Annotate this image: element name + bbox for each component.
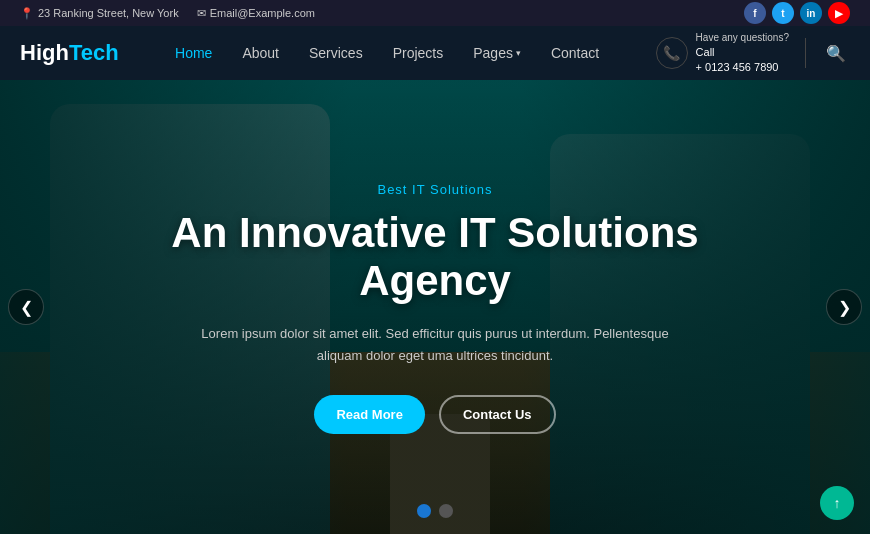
nav-home[interactable]: Home bbox=[163, 39, 224, 67]
carousel-next-button[interactable]: ❯ bbox=[826, 289, 862, 325]
nav-services[interactable]: Services bbox=[297, 39, 375, 67]
scroll-top-button[interactable]: ↑ bbox=[820, 486, 854, 520]
read-more-button[interactable]: Read More bbox=[314, 395, 424, 434]
main-nav: Home About Services Projects Pages ▾ Con… bbox=[163, 39, 611, 67]
search-button[interactable]: 🔍 bbox=[822, 39, 850, 67]
carousel-dot-1[interactable] bbox=[417, 504, 431, 518]
carousel-dots bbox=[417, 504, 453, 518]
linkedin-icon[interactable]: in bbox=[800, 2, 822, 24]
logo[interactable]: HighTech bbox=[20, 40, 119, 66]
youtube-icon[interactable]: ▶ bbox=[828, 2, 850, 24]
hero-section: Best IT Solutions An Innovative IT Solut… bbox=[0, 80, 870, 534]
email-icon: ✉ bbox=[197, 7, 206, 20]
navbar: HighTech Home About Services Projects Pa… bbox=[0, 26, 870, 80]
chevron-down-icon: ▾ bbox=[516, 48, 521, 58]
phone-icon: 📞 bbox=[656, 37, 688, 69]
nav-projects[interactable]: Projects bbox=[381, 39, 456, 67]
hero-badge: Best IT Solutions bbox=[377, 182, 492, 197]
facebook-icon[interactable]: f bbox=[744, 2, 766, 24]
nav-about[interactable]: About bbox=[230, 39, 291, 67]
phone-section: 📞 Have any questions? Call + 0123 456 78… bbox=[656, 31, 789, 76]
hero-description: Lorem ipsum dolor sit amet elit. Sed eff… bbox=[195, 323, 675, 367]
carousel-prev-button[interactable]: ❮ bbox=[8, 289, 44, 325]
phone-text: Have any questions? Call + 0123 456 7890 bbox=[696, 31, 789, 76]
nav-pages[interactable]: Pages ▾ bbox=[461, 39, 533, 67]
topbar: 📍 23 Ranking Street, New York ✉ Email@Ex… bbox=[0, 0, 870, 26]
topbar-social: f t in ▶ bbox=[744, 2, 850, 24]
nav-contact[interactable]: Contact bbox=[539, 39, 611, 67]
twitter-icon[interactable]: t bbox=[772, 2, 794, 24]
hero-content: Best IT Solutions An Innovative IT Solut… bbox=[135, 160, 735, 455]
carousel-dot-2[interactable] bbox=[439, 504, 453, 518]
topbar-left: 📍 23 Ranking Street, New York ✉ Email@Ex… bbox=[20, 7, 315, 20]
email: ✉ Email@Example.com bbox=[197, 7, 315, 20]
pin-icon: 📍 bbox=[20, 7, 34, 20]
hero-buttons: Read More Contact Us bbox=[155, 395, 715, 434]
divider bbox=[805, 38, 806, 68]
hero-title: An Innovative IT Solutions Agency bbox=[155, 209, 715, 306]
contact-us-button[interactable]: Contact Us bbox=[439, 395, 556, 434]
address: 📍 23 Ranking Street, New York bbox=[20, 7, 179, 20]
navbar-right: 📞 Have any questions? Call + 0123 456 78… bbox=[656, 31, 850, 76]
